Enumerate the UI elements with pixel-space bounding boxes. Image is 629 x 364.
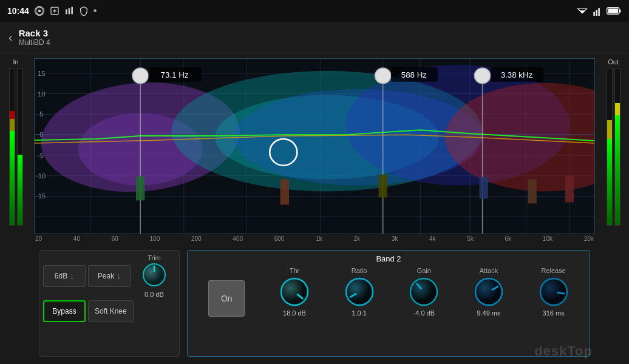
trim-knob[interactable] (142, 263, 166, 287)
time-display: 10:44 (7, 6, 29, 16)
status-left: 10:44 • (7, 5, 97, 16)
freq-600: 600 (274, 235, 285, 245)
trim-knob-wrapper (142, 263, 166, 289)
svg-text:73.1 Hz: 73.1 Hz (161, 70, 189, 79)
svg-point-74 (475, 278, 502, 305)
attack-knob[interactable] (474, 277, 504, 307)
gain-knob[interactable] (409, 277, 439, 307)
signal-icon (593, 6, 601, 16)
out-meter-left (607, 68, 613, 226)
shield-icon (79, 6, 89, 16)
freq-1k: 1k (316, 235, 322, 245)
svg-point-43 (132, 68, 149, 84)
rack-title: Rack 3 (19, 28, 50, 38)
freq-100: 100 (150, 235, 160, 245)
svg-point-0 (38, 10, 41, 13)
svg-rect-7 (593, 12, 594, 16)
peak-button[interactable]: Peak ↓ (88, 265, 131, 287)
svg-text:3.38 kHz: 3.38 kHz (501, 70, 533, 79)
bypass-button[interactable]: Bypass (43, 300, 86, 322)
freq-6k: 6k (505, 235, 512, 245)
bar-icon (64, 6, 74, 16)
back-button[interactable]: ‹ (8, 30, 13, 44)
out-meter-right (614, 68, 620, 226)
svg-rect-54 (280, 180, 289, 205)
on-column: On (208, 280, 245, 317)
input-meter: In (0, 53, 32, 364)
svg-point-76 (540, 278, 567, 305)
freq-axis: 20 40 60 100 200 400 600 1k 2k 3k 4k 5k … (34, 234, 595, 245)
freq-5k: 5k (467, 235, 474, 245)
attack-label: Attack (480, 267, 498, 274)
in-meter-right (17, 68, 23, 226)
svg-line-77 (558, 292, 564, 294)
wifi-icon (577, 7, 588, 15)
attack-column: Attack 9.49 ms (474, 267, 504, 317)
on-button[interactable]: On (208, 280, 245, 317)
gain-value: -4.0 dB (413, 309, 435, 317)
freq-60: 60 (112, 235, 118, 245)
svg-rect-9 (598, 8, 599, 16)
freq-3k: 3k (392, 235, 398, 245)
dot-icon: • (93, 5, 97, 16)
freq-20: 20 (35, 235, 42, 245)
svg-text:5: 5 (39, 110, 43, 118)
title-text-container: Rack 3 MultiBD 4 (19, 28, 50, 47)
release-knob[interactable] (539, 277, 569, 307)
svg-rect-53 (136, 177, 144, 201)
eq-canvas[interactable]: 73.1 Hz 588 Hz 3.38 kHz 15 10 5 0 (34, 58, 595, 234)
bottom-controls-row: Bypass Soft Knee (43, 300, 175, 322)
soft-knee-button[interactable]: Soft Knee (88, 300, 134, 322)
status-right (577, 6, 622, 16)
alert-icon (50, 6, 59, 16)
band2-gain-label: Gain (417, 267, 431, 274)
gain-arrow: ↓ (70, 271, 74, 281)
ratio-label: Ratio (352, 267, 367, 274)
svg-text:-5: -5 (38, 152, 44, 159)
freq-40: 40 (73, 235, 80, 245)
ratio-column: Ratio 1.0:1 (344, 267, 375, 317)
soft-knee-label: Soft Knee (95, 307, 127, 315)
left-controls-panel: 6dB ↓ Peak ↓ Trim (39, 250, 180, 357)
status-bar: 10:44 • (0, 0, 629, 22)
svg-point-70 (346, 278, 373, 305)
freq-4k: 4k (429, 235, 436, 245)
svg-point-45 (474, 68, 491, 84)
gain-button[interactable]: 6dB ↓ (43, 265, 86, 287)
in-label: In (13, 58, 18, 66)
eq-area: 73.1 Hz 588 Hz 3.38 kHz 15 10 5 0 (32, 53, 597, 364)
thr-label: Thr (290, 267, 300, 274)
in-meter-bars (9, 68, 23, 226)
svg-text:10: 10 (38, 90, 46, 98)
thr-knob[interactable] (279, 277, 310, 307)
gain-column: Gain -4.0 dB (409, 267, 439, 317)
svg-text:15: 15 (38, 70, 46, 77)
ratio-value: 1.0:1 (352, 309, 366, 317)
svg-point-44 (375, 68, 391, 84)
ratio-knob[interactable] (344, 277, 375, 307)
gain-label: 6dB (55, 272, 67, 280)
svg-text:-10: -10 (36, 172, 46, 180)
svg-rect-57 (528, 180, 536, 204)
trim-container: Trim (133, 254, 175, 298)
out-label: Out (608, 58, 619, 66)
peak-label: Peak (98, 272, 114, 280)
freq-2k: 2k (353, 235, 360, 245)
on-label: On (221, 294, 233, 303)
eq-svg: 73.1 Hz 588 Hz 3.38 kHz 15 10 5 0 (35, 59, 594, 234)
bypass-label: Bypass (52, 307, 76, 315)
svg-rect-8 (596, 10, 597, 16)
in-meter-left (9, 68, 15, 226)
controls-area: 6dB ↓ Peak ↓ Trim (34, 245, 595, 362)
plugin-name: MultiBD 4 (19, 38, 50, 47)
freq-10k: 10k (543, 235, 552, 245)
out-meter-bars (607, 68, 620, 226)
attack-value: 9.49 ms (477, 309, 500, 317)
svg-point-68 (281, 278, 308, 305)
release-column: Release 316 ms (539, 267, 569, 317)
svg-rect-11 (619, 9, 621, 12)
thr-value: 18.0 dB (283, 309, 306, 317)
freq-20k: 20k (584, 235, 594, 245)
band2-params: On Thr (194, 267, 583, 317)
svg-rect-56 (479, 177, 488, 199)
